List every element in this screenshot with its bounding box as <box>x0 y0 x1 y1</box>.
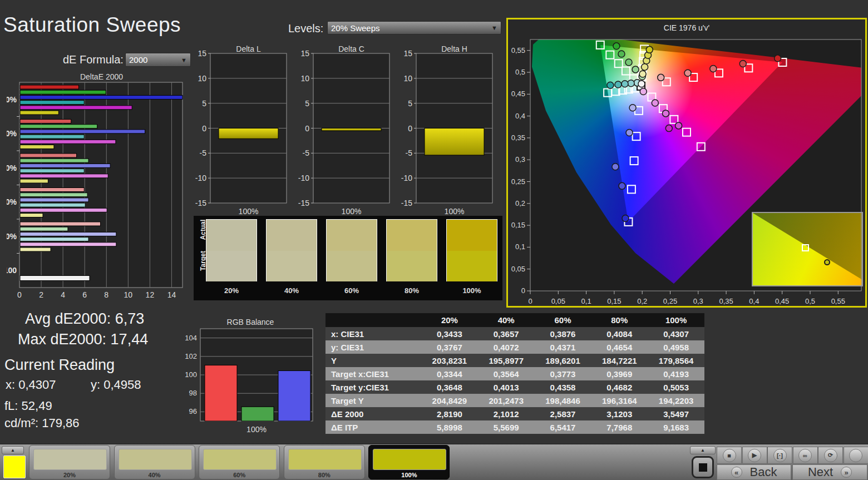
svg-text:0,15: 0,15 <box>607 297 621 305</box>
table-header-row: 20%40%60%80%100% <box>326 313 704 327</box>
up-arrow-icon: ▲ <box>11 448 15 453</box>
table-cell: 0,4084 <box>591 329 648 339</box>
table-cell: 6,5417 <box>535 423 591 432</box>
svg-text:6: 6 <box>82 290 87 299</box>
svg-text:0,55: 0,55 <box>511 46 525 55</box>
single-measure-button[interactable]: [·] <box>767 447 792 464</box>
svg-text:0: 0 <box>521 286 525 295</box>
patch-button-60%[interactable]: 60% <box>199 445 280 479</box>
svg-text:60%: 60% <box>7 164 17 172</box>
table-cell: 0,3767 <box>421 343 478 352</box>
row-label: ΔE 2000 <box>326 409 421 419</box>
patch-label: 20% <box>29 472 110 478</box>
table-cell: 195,8977 <box>478 356 535 365</box>
back-button[interactable]: « Back <box>717 464 791 480</box>
svg-text:0,2: 0,2 <box>637 297 647 305</box>
table-cell: 0,3773 <box>535 369 591 379</box>
table-cell: 3,5497 <box>648 409 704 419</box>
patch-color <box>373 449 446 470</box>
svg-text:2: 2 <box>39 290 43 299</box>
svg-text:-15: -15 <box>195 199 206 207</box>
measurement-table: 20%40%60%80%100%x: CIE310,34330,36570,38… <box>326 313 704 434</box>
continuous-measure-button[interactable]: ∞ <box>793 447 818 464</box>
play-button[interactable]: ▶ <box>742 447 767 464</box>
svg-text:5: 5 <box>305 99 309 108</box>
patch-color <box>288 449 362 470</box>
actual-target-swatch <box>266 219 317 281</box>
reading-cdm2: cd/m²: 179,86 <box>4 416 80 430</box>
svg-text:100%: 100% <box>7 95 17 104</box>
cie-diagram-panel[interactable]: CIE 1976 u'v' 000,050,050,10,10,150,150,… <box>506 18 867 308</box>
chevron-down-icon: ▼ <box>181 57 187 63</box>
svg-text:5: 5 <box>202 99 206 108</box>
svg-text:100%: 100% <box>445 207 465 216</box>
patch-color <box>203 449 277 470</box>
rgb-balance-chart: 1041021009896100% <box>184 325 317 437</box>
chevron-down-icon: ▼ <box>491 24 497 31</box>
table-cell: 0,3344 <box>421 369 478 379</box>
table-cell: 0,4358 <box>535 383 591 392</box>
svg-text:15: 15 <box>403 49 412 58</box>
svg-text:10: 10 <box>124 290 133 299</box>
svg-text:0,4: 0,4 <box>749 297 759 305</box>
row-label: Target Y <box>326 396 421 405</box>
svg-text:0,45: 0,45 <box>775 297 789 305</box>
svg-text:0,25: 0,25 <box>511 177 525 186</box>
table-cell: 0,4958 <box>648 343 704 352</box>
table-cell: 0,3657 <box>478 329 535 339</box>
svg-text:102: 102 <box>185 352 197 360</box>
table-cell: 0,3564 <box>478 369 535 379</box>
svg-text:0: 0 <box>17 290 22 299</box>
levels-dropdown[interactable]: 20% Sweeps ▼ <box>327 21 501 34</box>
loop-button[interactable]: ⟳ <box>818 447 843 464</box>
column-header: 80% <box>591 315 648 325</box>
svg-text:0: 0 <box>528 297 532 305</box>
table-cell: 0,4072 <box>478 343 535 352</box>
svg-text:-10: -10 <box>401 174 412 182</box>
svg-text:-15: -15 <box>298 199 309 207</box>
swatch-label: 100% <box>446 286 497 295</box>
svg-text:0,15: 0,15 <box>511 221 525 229</box>
patch-button-40%[interactable]: 40% <box>114 445 195 479</box>
meter-up-button[interactable]: ▲ <box>690 446 716 454</box>
svg-text:-10: -10 <box>298 174 309 182</box>
levels-label: Levels: <box>288 22 323 35</box>
swatch-label: 80% <box>386 286 437 295</box>
current-patch-swatch[interactable] <box>3 456 26 478</box>
svg-text:0,3: 0,3 <box>515 155 525 164</box>
svg-text:0,3: 0,3 <box>693 297 703 305</box>
svg-text:0,55: 0,55 <box>831 297 845 305</box>
svg-text:0,05: 0,05 <box>551 297 565 305</box>
patch-button-20%[interactable]: 20% <box>29 445 110 479</box>
row-label: ΔE ITP <box>326 423 421 432</box>
blank-button[interactable] <box>844 447 868 464</box>
svg-text:-5: -5 <box>200 149 207 157</box>
column-header: 60% <box>535 315 591 325</box>
cie-zoom-inset <box>752 212 863 286</box>
current-reading-heading: Current Reading <box>4 357 115 374</box>
svg-text:0,4: 0,4 <box>515 112 525 120</box>
table-cell: 2,8190 <box>421 409 478 419</box>
stop-current-button[interactable] <box>692 456 714 478</box>
max-de2000: Max dE2000: 17,44 <box>18 331 148 348</box>
row-label: x: CIE31 <box>326 329 421 339</box>
up-arrow-icon: ▲ <box>701 448 705 453</box>
svg-text:0,1: 0,1 <box>515 243 525 251</box>
svg-text:15: 15 <box>300 49 309 58</box>
next-button[interactable]: Next » <box>792 464 867 480</box>
svg-text:0: 0 <box>305 124 309 133</box>
svg-text:15: 15 <box>198 49 206 58</box>
de-formula-dropdown[interactable]: 2000 ▼ <box>125 53 191 67</box>
patch-list-up-button[interactable]: ▲ <box>2 446 24 454</box>
table-cell: 7,7968 <box>591 423 648 432</box>
row-label: Y <box>326 356 421 365</box>
reading-fl: fL: 52,49 <box>4 399 52 413</box>
patch-button-80%[interactable]: 80% <box>284 445 365 479</box>
stop-button[interactable]: ■ <box>717 447 742 464</box>
patch-button-100%[interactable]: 100% <box>368 445 450 479</box>
delta-l-chart: 151050-5-10-15100% <box>195 49 289 219</box>
row-label: Target y:CIE31 <box>326 383 421 392</box>
back-label: Back <box>750 465 777 479</box>
svg-text:0,25: 0,25 <box>663 297 677 305</box>
table-row: y: CIE310,37670,40720,43710,46540,4958 <box>326 340 704 354</box>
